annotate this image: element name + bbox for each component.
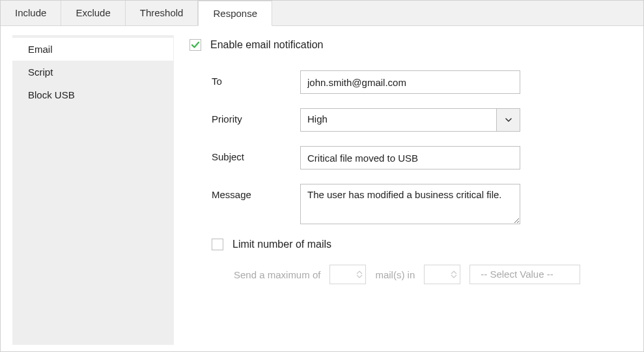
mails-in-label: mail(s) in xyxy=(375,269,415,280)
message-textarea[interactable]: The user has modified a business critica… xyxy=(300,184,520,224)
priority-dropdown-button[interactable] xyxy=(497,108,520,132)
time-unit-select[interactable]: -- Select Value -- xyxy=(469,265,580,284)
duration-stepper[interactable] xyxy=(424,265,460,284)
response-sidebar: Email Script Block USB xyxy=(12,35,174,345)
send-max-prefix: Send a maximum of xyxy=(234,269,320,280)
tab-response[interactable]: Response xyxy=(198,1,272,26)
sidebar-item-script[interactable]: Script xyxy=(12,61,173,83)
tab-include[interactable]: Include xyxy=(1,1,61,25)
tab-exclude[interactable]: Exclude xyxy=(61,1,125,25)
message-label: Message xyxy=(189,184,300,200)
max-count-stepper[interactable] xyxy=(329,265,366,284)
subject-input[interactable] xyxy=(300,146,520,169)
stepper-arrows-icon xyxy=(356,271,363,278)
content-body: Email Script Block USB Enable email noti… xyxy=(1,26,643,351)
to-label: To xyxy=(189,70,300,87)
priority-value: High xyxy=(300,108,497,132)
subject-label: Subject xyxy=(189,146,300,162)
enable-email-checkbox[interactable] xyxy=(189,39,201,51)
email-settings-form: Enable email notification To Priority Hi… xyxy=(174,35,637,345)
priority-select[interactable]: High xyxy=(300,108,520,132)
to-input[interactable] xyxy=(300,70,520,94)
sidebar-item-block-usb[interactable]: Block USB xyxy=(12,83,173,106)
tab-threshold[interactable]: Threshold xyxy=(126,1,199,25)
limit-mails-checkbox[interactable] xyxy=(212,239,223,250)
limit-mails-label: Limit number of mails xyxy=(232,239,331,250)
sidebar-item-email[interactable]: Email xyxy=(12,38,173,61)
enable-email-label: Enable email notification xyxy=(210,39,323,51)
stepper-arrows-icon xyxy=(451,271,457,278)
top-tabbar: Include Exclude Threshold Response xyxy=(1,1,643,26)
priority-label: Priority xyxy=(189,108,300,125)
app-window: Include Exclude Threshold Response Email… xyxy=(0,0,644,352)
chevron-down-icon xyxy=(505,116,512,124)
check-icon xyxy=(191,40,200,50)
